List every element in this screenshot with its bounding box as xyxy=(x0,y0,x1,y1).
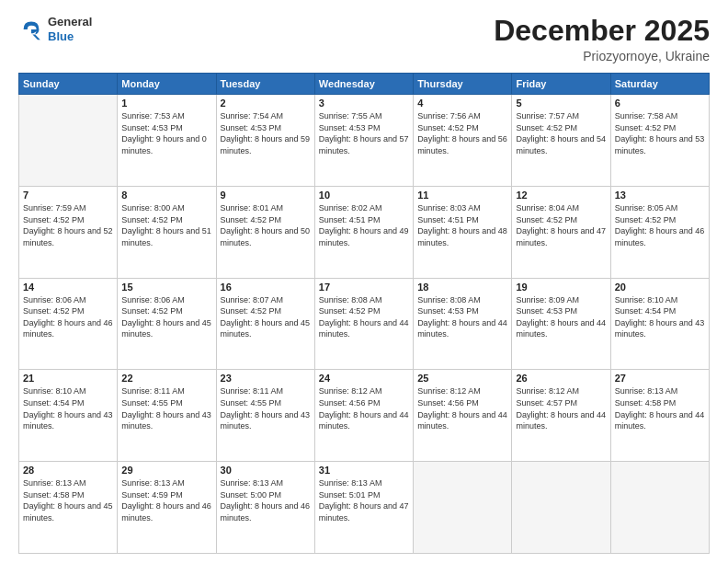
table-row xyxy=(414,462,512,554)
calendar-week-5: 28Sunrise: 8:13 AMSunset: 4:58 PMDayligh… xyxy=(19,462,710,554)
day-number: 26 xyxy=(516,373,606,384)
table-row: 18Sunrise: 8:08 AMSunset: 4:53 PMDayligh… xyxy=(414,278,512,370)
day-number: 29 xyxy=(121,465,211,476)
day-info: Sunrise: 8:13 AMSunset: 4:58 PMDaylight:… xyxy=(23,477,113,523)
day-info: Sunrise: 7:53 AMSunset: 4:53 PMDaylight:… xyxy=(121,110,211,156)
table-row: 24Sunrise: 8:12 AMSunset: 4:56 PMDayligh… xyxy=(314,370,413,462)
day-info: Sunrise: 7:59 AMSunset: 4:52 PMDaylight:… xyxy=(23,202,113,248)
day-info: Sunrise: 8:12 AMSunset: 4:56 PMDaylight:… xyxy=(319,385,409,431)
day-info: Sunrise: 8:02 AMSunset: 4:51 PMDaylight:… xyxy=(319,202,409,248)
table-row: 17Sunrise: 8:08 AMSunset: 4:52 PMDayligh… xyxy=(314,278,413,370)
table-row: 20Sunrise: 8:10 AMSunset: 4:54 PMDayligh… xyxy=(610,278,709,370)
day-info: Sunrise: 8:10 AMSunset: 4:54 PMDaylight:… xyxy=(23,385,113,431)
month-title: December 2025 xyxy=(494,15,710,47)
day-number: 19 xyxy=(516,282,606,293)
day-info: Sunrise: 8:13 AMSunset: 4:59 PMDaylight:… xyxy=(121,477,211,523)
logo-text: General Blue xyxy=(48,15,92,43)
title-block: December 2025 Priozyornoye, Ukraine xyxy=(494,15,710,63)
day-info: Sunrise: 8:04 AMSunset: 4:52 PMDaylight:… xyxy=(516,202,606,248)
table-row xyxy=(610,462,709,554)
col-monday: Monday xyxy=(118,74,216,95)
day-number: 5 xyxy=(516,98,606,109)
day-number: 12 xyxy=(516,190,606,201)
day-info: Sunrise: 8:08 AMSunset: 4:53 PMDaylight:… xyxy=(417,294,507,340)
logo-general-text: General xyxy=(48,15,92,29)
day-info: Sunrise: 8:07 AMSunset: 4:52 PMDaylight:… xyxy=(221,294,311,340)
day-number: 22 xyxy=(121,373,211,384)
day-number: 13 xyxy=(615,190,705,201)
table-row: 6Sunrise: 7:58 AMSunset: 4:52 PMDaylight… xyxy=(610,95,709,187)
day-info: Sunrise: 8:12 AMSunset: 4:57 PMDaylight:… xyxy=(516,385,606,431)
day-info: Sunrise: 8:11 AMSunset: 4:55 PMDaylight:… xyxy=(121,385,211,431)
table-row: 12Sunrise: 8:04 AMSunset: 4:52 PMDayligh… xyxy=(512,186,610,278)
day-info: Sunrise: 8:12 AMSunset: 4:56 PMDaylight:… xyxy=(417,385,507,431)
table-row: 10Sunrise: 8:02 AMSunset: 4:51 PMDayligh… xyxy=(314,186,413,278)
day-number: 24 xyxy=(319,373,409,384)
header: General Blue December 2025 Priozyornoye,… xyxy=(18,15,710,63)
logo-icon xyxy=(18,17,44,42)
table-row: 4Sunrise: 7:56 AMSunset: 4:52 PMDaylight… xyxy=(414,95,512,187)
table-row: 9Sunrise: 8:01 AMSunset: 4:52 PMDaylight… xyxy=(216,186,314,278)
table-row: 21Sunrise: 8:10 AMSunset: 4:54 PMDayligh… xyxy=(19,370,118,462)
day-info: Sunrise: 7:57 AMSunset: 4:52 PMDaylight:… xyxy=(516,110,606,156)
day-number: 11 xyxy=(417,190,507,201)
day-info: Sunrise: 8:08 AMSunset: 4:52 PMDaylight:… xyxy=(319,294,409,340)
table-row: 22Sunrise: 8:11 AMSunset: 4:55 PMDayligh… xyxy=(118,370,216,462)
day-number: 23 xyxy=(221,373,311,384)
col-wednesday: Wednesday xyxy=(314,74,413,95)
day-number: 20 xyxy=(615,282,705,293)
day-number: 30 xyxy=(221,465,311,476)
day-info: Sunrise: 8:13 AMSunset: 5:01 PMDaylight:… xyxy=(319,477,409,523)
calendar-header-row: Sunday Monday Tuesday Wednesday Thursday… xyxy=(19,74,710,95)
day-info: Sunrise: 8:06 AMSunset: 4:52 PMDaylight:… xyxy=(121,294,211,340)
table-row xyxy=(512,462,610,554)
day-info: Sunrise: 8:03 AMSunset: 4:51 PMDaylight:… xyxy=(417,202,507,248)
table-row: 3Sunrise: 7:55 AMSunset: 4:53 PMDaylight… xyxy=(314,95,413,187)
table-row: 28Sunrise: 8:13 AMSunset: 4:58 PMDayligh… xyxy=(19,462,118,554)
calendar-table: Sunday Monday Tuesday Wednesday Thursday… xyxy=(18,73,710,554)
day-info: Sunrise: 7:56 AMSunset: 4:52 PMDaylight:… xyxy=(417,110,507,156)
logo-blue-text: Blue xyxy=(48,29,92,44)
day-number: 15 xyxy=(121,282,211,293)
calendar-week-2: 7Sunrise: 7:59 AMSunset: 4:52 PMDaylight… xyxy=(19,186,710,278)
table-row: 19Sunrise: 8:09 AMSunset: 4:53 PMDayligh… xyxy=(512,278,610,370)
day-number: 25 xyxy=(417,373,507,384)
day-info: Sunrise: 7:58 AMSunset: 4:52 PMDaylight:… xyxy=(615,110,705,156)
day-info: Sunrise: 7:55 AMSunset: 4:53 PMDaylight:… xyxy=(319,110,409,156)
table-row: 13Sunrise: 8:05 AMSunset: 4:52 PMDayligh… xyxy=(610,186,709,278)
location: Priozyornoye, Ukraine xyxy=(494,49,710,63)
day-info: Sunrise: 8:00 AMSunset: 4:52 PMDaylight:… xyxy=(121,202,211,248)
col-sunday: Sunday xyxy=(19,74,118,95)
table-row: 14Sunrise: 8:06 AMSunset: 4:52 PMDayligh… xyxy=(19,278,118,370)
day-number: 21 xyxy=(23,373,113,384)
logo: General Blue xyxy=(18,15,92,43)
col-tuesday: Tuesday xyxy=(216,74,314,95)
day-number: 27 xyxy=(615,373,705,384)
table-row: 25Sunrise: 8:12 AMSunset: 4:56 PMDayligh… xyxy=(414,370,512,462)
day-number: 28 xyxy=(23,465,113,476)
day-number: 31 xyxy=(319,465,409,476)
day-number: 16 xyxy=(221,282,311,293)
table-row: 16Sunrise: 8:07 AMSunset: 4:52 PMDayligh… xyxy=(216,278,314,370)
table-row: 29Sunrise: 8:13 AMSunset: 4:59 PMDayligh… xyxy=(118,462,216,554)
calendar-week-4: 21Sunrise: 8:10 AMSunset: 4:54 PMDayligh… xyxy=(19,370,710,462)
table-row: 5Sunrise: 7:57 AMSunset: 4:52 PMDaylight… xyxy=(512,95,610,187)
calendar-week-3: 14Sunrise: 8:06 AMSunset: 4:52 PMDayligh… xyxy=(19,278,710,370)
day-number: 9 xyxy=(221,190,311,201)
day-info: Sunrise: 8:06 AMSunset: 4:52 PMDaylight:… xyxy=(23,294,113,340)
day-number: 8 xyxy=(121,190,211,201)
day-number: 1 xyxy=(121,98,211,109)
day-number: 7 xyxy=(23,190,113,201)
day-number: 18 xyxy=(417,282,507,293)
table-row: 11Sunrise: 8:03 AMSunset: 4:51 PMDayligh… xyxy=(414,186,512,278)
day-number: 6 xyxy=(615,98,705,109)
day-number: 4 xyxy=(417,98,507,109)
table-row: 27Sunrise: 8:13 AMSunset: 4:58 PMDayligh… xyxy=(610,370,709,462)
table-row: 8Sunrise: 8:00 AMSunset: 4:52 PMDaylight… xyxy=(118,186,216,278)
day-info: Sunrise: 8:01 AMSunset: 4:52 PMDaylight:… xyxy=(221,202,311,248)
day-info: Sunrise: 8:05 AMSunset: 4:52 PMDaylight:… xyxy=(615,202,705,248)
table-row xyxy=(19,95,118,187)
table-row: 23Sunrise: 8:11 AMSunset: 4:55 PMDayligh… xyxy=(216,370,314,462)
day-info: Sunrise: 8:09 AMSunset: 4:53 PMDaylight:… xyxy=(516,294,606,340)
col-saturday: Saturday xyxy=(610,74,709,95)
